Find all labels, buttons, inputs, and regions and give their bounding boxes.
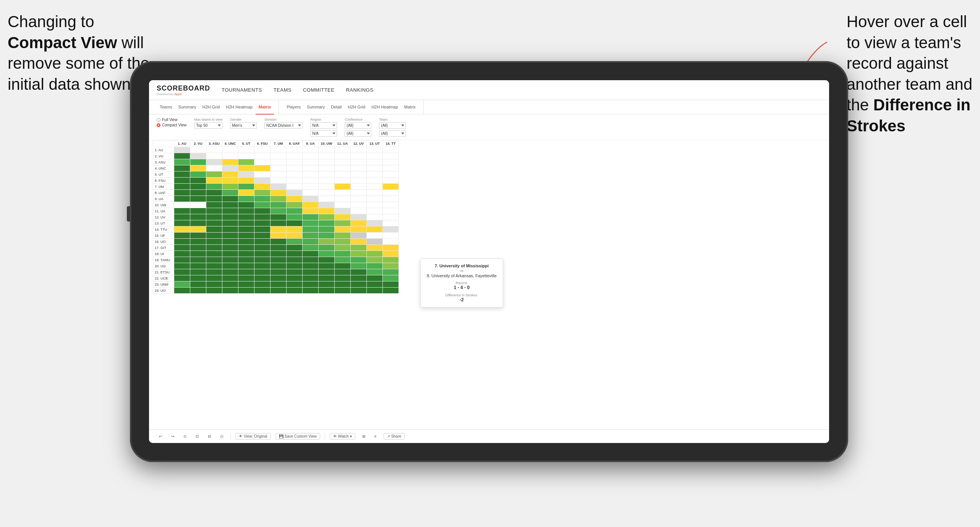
matrix-cell-13-0[interactable] — [174, 226, 190, 233]
matrix-cell-2-0[interactable] — [174, 159, 190, 165]
matrix-cell-8-1[interactable] — [190, 196, 206, 202]
matrix-cell-11-9[interactable] — [319, 214, 335, 220]
matrix-cell-11-7[interactable] — [287, 214, 303, 220]
matrix-cell-2-4[interactable] — [238, 159, 254, 165]
matrix-cell-21-2[interactable] — [206, 275, 222, 281]
matrix-cell-5-5[interactable] — [254, 178, 271, 184]
matrix-cell-3-13[interactable] — [383, 165, 399, 171]
matrix-cell-19-9[interactable] — [319, 263, 335, 269]
matrix-cell-22-5[interactable] — [254, 281, 271, 288]
matrix-cell-21-0[interactable] — [174, 275, 190, 281]
matrix-cell-4-7[interactable] — [287, 171, 303, 178]
matrix-cell-15-0[interactable] — [174, 239, 190, 245]
matrix-cell-21-5[interactable] — [254, 275, 271, 281]
matrix-cell-15-13[interactable] — [383, 239, 399, 245]
matrix-cell-21-12[interactable] — [367, 275, 383, 281]
matrix-cell-8-12[interactable] — [367, 196, 383, 202]
toolbar-redo[interactable]: ↪ — [169, 433, 177, 439]
matrix-cell-15-4[interactable] — [238, 239, 254, 245]
toolbar-icon2[interactable]: ⊡ — [193, 433, 201, 439]
matrix-cell-9-4[interactable] — [238, 202, 254, 208]
matrix-cell-16-6[interactable] — [271, 245, 287, 251]
toolbar-icon4[interactable]: ◷ — [218, 433, 226, 439]
matrix-cell-10-10[interactable] — [335, 208, 351, 214]
matrix-cell-18-0[interactable] — [174, 257, 190, 263]
matrix-cell-0-2[interactable] — [206, 147, 222, 153]
matrix-cell-16-2[interactable] — [206, 245, 222, 251]
matrix-cell-22-7[interactable] — [287, 281, 303, 288]
matrix-cell-18-3[interactable] — [222, 257, 238, 263]
matrix-cell-20-10[interactable] — [335, 269, 351, 275]
matrix-cell-5-11[interactable] — [351, 178, 367, 184]
matrix-cell-9-9[interactable] — [319, 202, 335, 208]
matrix-cell-2-2[interactable] — [206, 159, 222, 165]
matrix-cell-23-6[interactable] — [271, 288, 287, 294]
matrix-cell-15-6[interactable] — [271, 239, 287, 245]
matrix-cell-7-3[interactable] — [222, 190, 238, 196]
matrix-cell-6-2[interactable] — [206, 184, 222, 190]
matrix-cell-2-12[interactable] — [367, 159, 383, 165]
matrix-cell-1-8[interactable] — [303, 153, 319, 159]
matrix-cell-5-12[interactable] — [367, 178, 383, 184]
matrix-cell-6-11[interactable] — [351, 184, 367, 190]
matrix-cell-19-3[interactable] — [222, 263, 238, 269]
matrix-cell-3-3[interactable] — [222, 165, 238, 171]
matrix-cell-19-8[interactable] — [303, 263, 319, 269]
radio-compact-view[interactable]: Compact View — [157, 123, 186, 127]
matrix-cell-7-0[interactable] — [174, 190, 190, 196]
matrix-cell-6-6[interactable] — [271, 184, 287, 190]
matrix-cell-17-7[interactable] — [287, 251, 303, 257]
matrix-cell-0-10[interactable] — [335, 147, 351, 153]
matrix-cell-4-4[interactable] — [238, 171, 254, 178]
toolbar-icon3[interactable]: ⊟ — [206, 433, 213, 439]
matrix-cell-21-13[interactable] — [383, 275, 399, 281]
toolbar-list[interactable]: ≡ — [372, 433, 379, 439]
tab-summary-1[interactable]: Summary — [175, 100, 199, 115]
matrix-cell-20-2[interactable] — [206, 269, 222, 275]
radio-full-view[interactable]: Full View — [157, 118, 186, 122]
matrix-cell-0-0[interactable] — [174, 147, 190, 153]
matrix-cell-15-1[interactable] — [190, 239, 206, 245]
matrix-cell-19-10[interactable] — [335, 263, 351, 269]
matrix-cell-23-4[interactable] — [238, 288, 254, 294]
matrix-cell-11-12[interactable] — [367, 214, 383, 220]
matrix-cell-12-9[interactable] — [319, 220, 335, 226]
matrix-cell-22-9[interactable] — [319, 281, 335, 288]
matrix-cell-19-0[interactable] — [174, 263, 190, 269]
matrix-cell-1-12[interactable] — [367, 153, 383, 159]
matrix-cell-12-11[interactable] — [351, 220, 367, 226]
filter-max-teams-select[interactable]: Top 50 — [194, 122, 222, 129]
matrix-cell-4-10[interactable] — [335, 171, 351, 178]
matrix-cell-19-2[interactable] — [206, 263, 222, 269]
nav-teams[interactable]: TEAMS — [274, 87, 292, 93]
matrix-cell-21-7[interactable] — [287, 275, 303, 281]
matrix-cell-9-8[interactable] — [303, 202, 319, 208]
matrix-cell-0-13[interactable] — [383, 147, 399, 153]
matrix-cell-19-5[interactable] — [254, 263, 271, 269]
matrix-cell-17-6[interactable] — [271, 251, 287, 257]
matrix-cell-5-8[interactable] — [303, 178, 319, 184]
matrix-cell-11-13[interactable] — [383, 214, 399, 220]
matrix-cell-13-10[interactable] — [335, 226, 351, 233]
matrix-cell-14-5[interactable] — [254, 233, 271, 239]
matrix-cell-17-8[interactable] — [303, 251, 319, 257]
matrix-cell-8-3[interactable] — [222, 196, 238, 202]
matrix-cell-0-11[interactable] — [351, 147, 367, 153]
matrix-cell-13-6[interactable] — [271, 226, 287, 233]
matrix-cell-4-6[interactable] — [271, 171, 287, 178]
matrix-cell-15-3[interactable] — [222, 239, 238, 245]
matrix-cell-19-13[interactable] — [383, 263, 399, 269]
matrix-cell-13-9[interactable] — [319, 226, 335, 233]
matrix-cell-7-13[interactable] — [383, 190, 399, 196]
matrix-cell-18-5[interactable] — [254, 257, 271, 263]
matrix-cell-8-0[interactable] — [174, 196, 190, 202]
matrix-cell-20-13[interactable] — [383, 269, 399, 275]
matrix-cell-3-10[interactable] — [335, 165, 351, 171]
matrix-cell-12-7[interactable] — [287, 220, 303, 226]
matrix-cell-8-8[interactable] — [303, 196, 319, 202]
matrix-cell-18-1[interactable] — [190, 257, 206, 263]
matrix-cell-19-1[interactable] — [190, 263, 206, 269]
matrix-cell-10-7[interactable] — [287, 208, 303, 214]
matrix-cell-23-10[interactable] — [335, 288, 351, 294]
matrix-cell-7-5[interactable] — [254, 190, 271, 196]
